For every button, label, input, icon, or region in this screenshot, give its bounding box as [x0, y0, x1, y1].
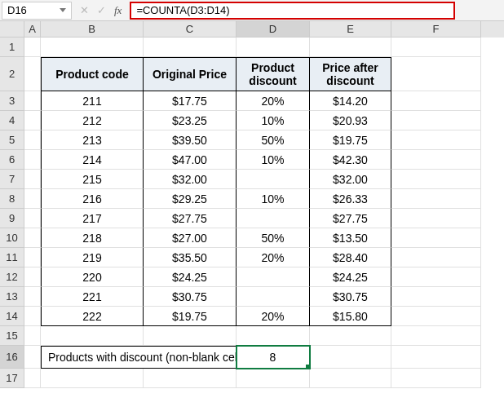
cell-B8[interactable]: 216 — [41, 189, 144, 209]
cell-A6[interactable] — [24, 150, 41, 170]
cell-B5[interactable]: 213 — [41, 130, 144, 150]
cell-C17[interactable] — [144, 369, 237, 388]
cell-B10[interactable]: 218 — [41, 228, 144, 248]
cell-C11[interactable]: $35.50 — [144, 248, 237, 267]
cell-D8[interactable]: 10% — [237, 189, 310, 209]
cell-F7[interactable] — [391, 170, 481, 189]
cell-D1[interactable] — [237, 38, 310, 57]
cell-A9[interactable] — [24, 209, 41, 228]
cell-D12[interactable] — [237, 267, 310, 287]
cell-C5[interactable]: $39.50 — [144, 130, 237, 150]
cell-F14[interactable] — [391, 307, 481, 326]
cell-A7[interactable] — [24, 170, 41, 189]
row-header-14[interactable]: 14 — [0, 307, 24, 326]
cell-A2[interactable] — [24, 57, 41, 91]
cell-C6[interactable]: $47.00 — [144, 150, 237, 170]
row-header-17[interactable]: 17 — [0, 369, 24, 388]
cell-F4[interactable] — [391, 111, 481, 130]
cell-E4[interactable]: $20.93 — [310, 111, 391, 130]
spreadsheet-grid[interactable]: A B C D E F 1 2 Product code Original Pr… — [0, 21, 504, 388]
row-header-12[interactable]: 12 — [0, 267, 24, 287]
cell-E17[interactable] — [310, 369, 391, 388]
cell-B4[interactable]: 212 — [41, 111, 144, 130]
formula-input[interactable]: =COUNTA(D3:D14) — [130, 2, 455, 20]
cell-B14[interactable]: 222 — [41, 307, 144, 326]
cell-E9[interactable]: $27.75 — [310, 209, 391, 228]
row-header-1[interactable]: 1 — [0, 38, 24, 57]
cell-A13[interactable] — [24, 287, 41, 307]
col-header-E[interactable]: E — [310, 21, 391, 38]
cell-A14[interactable] — [24, 307, 41, 326]
cell-F5[interactable] — [391, 130, 481, 150]
cell-C8[interactable]: $29.25 — [144, 189, 237, 209]
cell-B13[interactable]: 221 — [41, 287, 144, 307]
col-header-A[interactable]: A — [24, 21, 41, 38]
cell-C15[interactable] — [144, 326, 237, 346]
cell-B17[interactable] — [41, 369, 144, 388]
row-header-15[interactable]: 15 — [0, 326, 24, 346]
header-price-after-discount[interactable]: Price after discount — [310, 57, 391, 91]
summary-value-cell[interactable]: 8 — [237, 346, 310, 369]
cell-A4[interactable] — [24, 111, 41, 130]
cell-F1[interactable] — [391, 38, 481, 57]
cell-F9[interactable] — [391, 209, 481, 228]
row-header-8[interactable]: 8 — [0, 189, 24, 209]
row-header-10[interactable]: 10 — [0, 228, 24, 248]
row-header-16[interactable]: 16 — [0, 346, 24, 369]
cell-C1[interactable] — [144, 38, 237, 57]
cell-C14[interactable]: $19.75 — [144, 307, 237, 326]
cell-A16[interactable] — [24, 346, 41, 369]
cell-E6[interactable]: $42.30 — [310, 150, 391, 170]
cell-C3[interactable]: $17.75 — [144, 91, 237, 111]
cell-F15[interactable] — [391, 326, 481, 346]
summary-label-cell[interactable]: Products with discount (non-blank cells) — [41, 346, 237, 369]
cell-B15[interactable] — [41, 326, 144, 346]
select-all-corner[interactable] — [0, 21, 24, 38]
cell-E15[interactable] — [310, 326, 391, 346]
cell-B12[interactable]: 220 — [41, 267, 144, 287]
cell-F13[interactable] — [391, 287, 481, 307]
row-header-13[interactable]: 13 — [0, 287, 24, 307]
cell-E13[interactable]: $30.75 — [310, 287, 391, 307]
cell-E5[interactable]: $19.75 — [310, 130, 391, 150]
cell-D11[interactable]: 20% — [237, 248, 310, 267]
cell-C4[interactable]: $23.25 — [144, 111, 237, 130]
row-header-6[interactable]: 6 — [0, 150, 24, 170]
cell-C7[interactable]: $32.00 — [144, 170, 237, 189]
col-header-F[interactable]: F — [391, 21, 481, 38]
fx-icon[interactable]: fx — [114, 4, 122, 17]
cell-A15[interactable] — [24, 326, 41, 346]
col-header-C[interactable]: C — [144, 21, 237, 38]
cell-E1[interactable] — [310, 38, 391, 57]
cell-C13[interactable]: $30.75 — [144, 287, 237, 307]
cell-D10[interactable]: 50% — [237, 228, 310, 248]
dropdown-icon[interactable] — [60, 8, 66, 12]
cell-A11[interactable] — [24, 248, 41, 267]
cell-A1[interactable] — [24, 38, 41, 57]
cell-B11[interactable]: 219 — [41, 248, 144, 267]
cell-D7[interactable] — [237, 170, 310, 189]
cell-A5[interactable] — [24, 130, 41, 150]
cell-B1[interactable] — [41, 38, 144, 57]
cell-E16[interactable] — [310, 346, 391, 369]
name-box[interactable]: D16 — [2, 2, 72, 20]
row-header-9[interactable]: 9 — [0, 209, 24, 228]
cell-F3[interactable] — [391, 91, 481, 111]
cell-F12[interactable] — [391, 267, 481, 287]
cell-F10[interactable] — [391, 228, 481, 248]
cell-D9[interactable] — [237, 209, 310, 228]
cell-D3[interactable]: 20% — [237, 91, 310, 111]
cell-E7[interactable]: $32.00 — [310, 170, 391, 189]
cell-B9[interactable]: 217 — [41, 209, 144, 228]
cell-D4[interactable]: 10% — [237, 111, 310, 130]
cell-D5[interactable]: 50% — [237, 130, 310, 150]
cell-A8[interactable] — [24, 189, 41, 209]
cell-D14[interactable]: 20% — [237, 307, 310, 326]
cell-C9[interactable]: $27.75 — [144, 209, 237, 228]
cell-E3[interactable]: $14.20 — [310, 91, 391, 111]
row-header-5[interactable]: 5 — [0, 130, 24, 150]
header-original-price[interactable]: Original Price — [144, 57, 237, 91]
cell-E14[interactable]: $15.80 — [310, 307, 391, 326]
cell-A3[interactable] — [24, 91, 41, 111]
col-header-B[interactable]: B — [41, 21, 144, 38]
